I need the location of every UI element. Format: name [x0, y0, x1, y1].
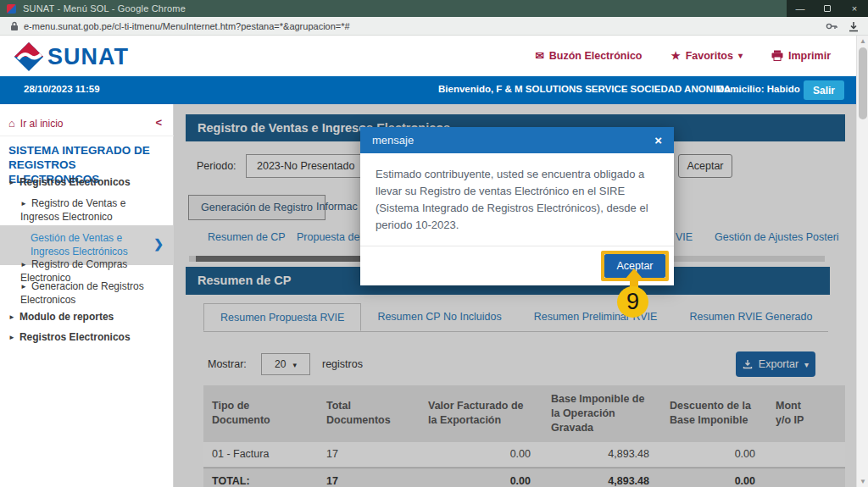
mensaje-modal: mensaje × Estimado contribuyente, usted … [360, 127, 674, 285]
lock-icon [10, 21, 19, 31]
url-text[interactable]: e-menu.sunat.gob.pe/cl-ti-itmenu/MenuInt… [24, 21, 350, 31]
sidebar-collapse-chevron-icon[interactable]: < [155, 116, 162, 129]
download-icon[interactable] [848, 21, 860, 32]
triangle-right-icon: ► [8, 334, 15, 341]
printer-icon [771, 50, 783, 61]
star-icon: ★ [670, 49, 680, 62]
chevron-right-icon: ❯ [153, 236, 164, 252]
modal-message: Estimado contribuyente, usted se encuent… [360, 153, 674, 246]
domicilio-status: Domicilio: Habido [717, 84, 800, 94]
minimize-button[interactable]: — [787, 0, 814, 17]
modal-title: mensaje [372, 134, 414, 147]
browser-titlebar: SUNAT - Menú SOL - Google Chrome — × [0, 0, 868, 17]
scroll-down-icon[interactable]: ▼ [857, 478, 868, 485]
key-icon[interactable] [826, 21, 837, 31]
welcome-bar: 28/10/2023 11:59 Bienvenido, F & M SOLUT… [0, 76, 868, 104]
sidebar: ⌂ Ir al inicio < SISTEMA INTEGRADO DE RE… [0, 104, 174, 487]
vertical-scrollbar[interactable]: ▲ ▼ [856, 36, 868, 487]
ir-al-inicio-link[interactable]: ⌂ Ir al inicio [8, 117, 64, 130]
sunat-logo-icon [14, 42, 44, 72]
triangle-right-icon: ► [8, 313, 15, 321]
welcome-text: Bienvenido, F & M SOLUTIONS SERVICE SOCI… [438, 84, 741, 94]
chevron-down-icon: ▾ [738, 51, 743, 60]
sidebar-item-registros-electronicos[interactable]: ►Registros Electronicos [0, 176, 174, 190]
site-header: SUNAT ✉ Buzón Electrónico ★ Favoritos ▾ … [0, 36, 856, 76]
modal-close-icon[interactable]: × [654, 133, 662, 147]
home-icon: ⌂ [8, 117, 15, 130]
close-button[interactable]: × [841, 0, 868, 17]
sidebar-item-registro-ventas[interactable]: ►Registro de Ventas e Ingresos Electroni… [0, 197, 174, 224]
window-title: SUNAT - Menú SOL - Google Chrome [23, 3, 186, 14]
envelope-icon: ✉ [535, 49, 543, 62]
sunat-logo-text: SUNAT [47, 44, 129, 70]
vertical-scrollbar-thumb[interactable] [859, 47, 867, 119]
modal-header: mensaje × [360, 127, 674, 153]
sunat-logo[interactable]: SUNAT [14, 42, 129, 72]
annotation-step-badge: 9 [617, 286, 648, 318]
favicon [7, 4, 16, 14]
scroll-up-icon[interactable]: ▲ [857, 37, 868, 45]
triangle-right-icon: ► [20, 261, 27, 268]
imprimir-link[interactable]: Imprimir [771, 50, 831, 62]
favoritos-link[interactable]: ★ Favoritos ▾ [670, 49, 743, 62]
sidebar-item-registros-electronicos-2[interactable]: ►Registros Electronicos [0, 331, 174, 345]
triangle-right-icon: ► [8, 179, 15, 186]
triangle-right-icon: ► [20, 200, 27, 208]
screen: SUNAT - Menú SOL - Google Chrome — × e-m… [0, 0, 868, 487]
sidebar-item-generacion-registros[interactable]: ►Generacion de Registros Electronicos [0, 280, 174, 307]
datetime-label: 28/10/2023 11:59 [24, 84, 100, 94]
url-bar[interactable]: e-menu.sunat.gob.pe/cl-ti-itmenu/MenuInt… [0, 17, 868, 36]
maximize-button[interactable] [814, 0, 841, 17]
buzon-electronico-link[interactable]: ✉ Buzón Electrónico [535, 49, 642, 62]
triangle-right-icon: ► [20, 283, 27, 291]
salir-button[interactable]: Salir [804, 80, 844, 100]
sidebar-item-modulo-reportes[interactable]: ►Modulo de reportes [0, 311, 174, 324]
